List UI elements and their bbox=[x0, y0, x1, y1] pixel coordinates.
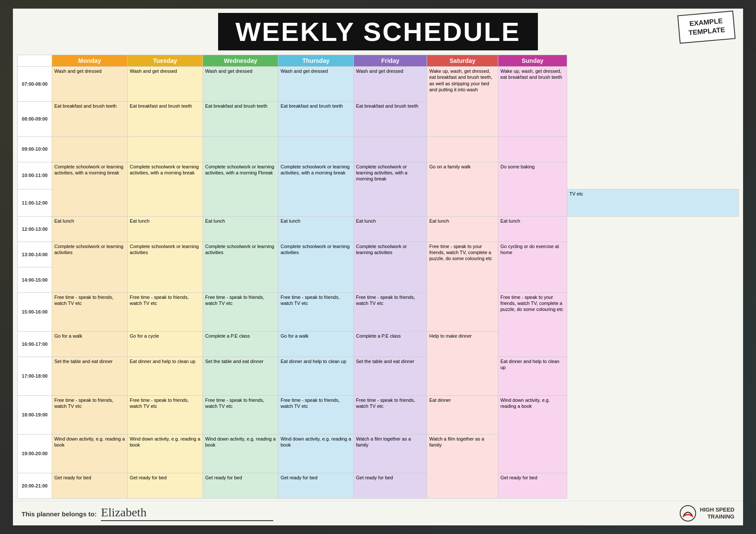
time-cell: 10:00-11:00 bbox=[18, 162, 52, 189]
cell-sunday: Wake up, wash, get dressed, eat breakfas… bbox=[498, 67, 567, 137]
svg-point-0 bbox=[680, 506, 696, 521]
cell-wednesday: Complete a P.E class bbox=[203, 331, 278, 357]
cell-wednesday: Complete schoolwork or learning activiti… bbox=[203, 162, 278, 216]
table-row: 19:00-20:00Wind down activity, e.g. read… bbox=[18, 434, 739, 473]
cell-thursday: Eat dinner and help to clean up bbox=[278, 357, 354, 395]
cell-thursday: Complete schoolwork or learning activiti… bbox=[278, 162, 354, 216]
header-wednesday: Wednesday bbox=[203, 55, 278, 67]
cell-tuesday: Eat dinner and help to clean up bbox=[128, 357, 203, 395]
cell-monday: Complete schoolwork or learning activiti… bbox=[52, 242, 128, 292]
logo-line2: TRAINING bbox=[700, 513, 734, 520]
table-row: 17:00-18:00Set the table and eat dinnerE… bbox=[18, 357, 739, 395]
header-friday: Friday bbox=[354, 55, 427, 67]
cell-friday bbox=[354, 137, 427, 162]
cell-saturday: Help to make dinner bbox=[427, 331, 498, 395]
cell-wednesday: Eat breakfast and brush teeth bbox=[203, 102, 278, 137]
cell-monday bbox=[52, 137, 128, 162]
time-cell: 20:00-21:00 bbox=[18, 473, 52, 498]
cell-monday: Wind down activity, e.g. reading a book bbox=[52, 434, 128, 473]
time-cell: 14:00-15:00 bbox=[18, 267, 52, 292]
belongs-to-label: This planner belongs to: bbox=[22, 510, 97, 518]
cell-wednesday: Set the table and eat dinner bbox=[203, 357, 278, 395]
cell-thursday: Free time - speak to friends, watch TV e… bbox=[278, 395, 354, 434]
cell-friday: Complete schoolwork or learning activiti… bbox=[354, 242, 427, 292]
cell-saturday: Watch a film together as a family bbox=[427, 434, 498, 498]
header-monday: Monday bbox=[52, 55, 128, 67]
logo-area: HIGH SPEED TRAINING bbox=[679, 505, 734, 522]
time-cell: 16:00-17:00 bbox=[18, 331, 52, 357]
time-header bbox=[18, 55, 52, 67]
table-row: 12:00-13:00Eat lunchEat lunchEat lunchEa… bbox=[18, 216, 739, 242]
cell-sunday bbox=[498, 137, 567, 162]
table-row: 20:00-21:00Get ready for bedGet ready fo… bbox=[18, 473, 739, 498]
cell-saturday: Wake up, wash, get dressed, eat breakfas… bbox=[427, 67, 498, 137]
cell-friday: Eat lunch bbox=[354, 216, 427, 242]
cell-saturday: Eat lunch bbox=[427, 216, 498, 242]
table-row: 07:00-08:00Wash and get dressedWash and … bbox=[18, 67, 739, 102]
cell-friday: Watch a film together as a family bbox=[354, 434, 427, 473]
cell-monday: Go for a walk bbox=[52, 331, 128, 357]
cell-wednesday: Eat lunch bbox=[203, 216, 278, 242]
cell-tuesday: Wind down activity, e.g. reading a book bbox=[128, 434, 203, 473]
time-cell: 15:00-16:00 bbox=[18, 292, 52, 331]
footer: This planner belongs to: Elizabeth HIGH … bbox=[13, 501, 743, 525]
cell-sunday: Free time - speak to your friends, watch… bbox=[498, 292, 567, 357]
table-row: 16:00-17:00Go for a walkGo for a cycleCo… bbox=[18, 331, 739, 357]
table-row: 09:00-10:00 bbox=[18, 137, 739, 162]
cell-saturday bbox=[427, 137, 498, 162]
cell-wednesday: Free time - speak to friends, watch TV e… bbox=[203, 292, 278, 331]
time-cell: 19:00-20:00 bbox=[18, 434, 52, 473]
cell-thursday: Complete schoolwork or learning activiti… bbox=[278, 242, 354, 292]
table-row: 18:00-19:00Free time - speak to friends,… bbox=[18, 395, 739, 434]
logo-line1: HIGH SPEED bbox=[700, 506, 734, 513]
title-box: WEEKLY SCHEDULE bbox=[218, 13, 538, 50]
cell-thursday: TV etc bbox=[567, 189, 739, 216]
logo-text: HIGH SPEED TRAINING bbox=[700, 506, 734, 520]
footer-left: This planner belongs to: Elizabeth bbox=[22, 506, 273, 521]
cell-thursday: Get ready for bed bbox=[278, 473, 354, 498]
cell-tuesday bbox=[128, 137, 203, 162]
cell-wednesday: Complete schoolwork or learning activiti… bbox=[203, 242, 278, 292]
cell-thursday: Eat lunch bbox=[278, 216, 354, 242]
schedule-table: Monday Tuesday Wednesday Thursday Friday… bbox=[17, 55, 739, 499]
cell-monday: Wash and get dressed bbox=[52, 67, 128, 102]
time-cell: 08:00-09:00 bbox=[18, 102, 52, 137]
cell-friday: Complete schoolwork or learning activiti… bbox=[354, 162, 427, 216]
example-template-text: EXAMPLETEMPLATE bbox=[685, 16, 727, 38]
cell-sunday: Do some baking bbox=[498, 162, 567, 216]
cell-tuesday: Eat lunch bbox=[128, 216, 203, 242]
cell-tuesday: Free time - speak to friends, watch TV e… bbox=[128, 395, 203, 434]
cell-tuesday: Wash and get dressed bbox=[128, 67, 203, 102]
table-row: 15:00-16:00Free time - speak to friends,… bbox=[18, 292, 739, 331]
cell-monday: Set the table and eat dinner bbox=[52, 357, 128, 395]
cell-friday: Wash and get dressed bbox=[354, 67, 427, 102]
header-tuesday: Tuesday bbox=[128, 55, 203, 67]
cell-sunday: Eat dinner and help to clean up bbox=[498, 357, 567, 395]
cell-sunday: Wind down activity, e.g. reading a book bbox=[498, 395, 567, 473]
schedule-wrapper: Monday Tuesday Wednesday Thursday Friday… bbox=[13, 55, 743, 501]
time-cell: 11:00-12:00 bbox=[18, 189, 52, 216]
cell-wednesday: Free time - speak to friends, watch TV e… bbox=[203, 395, 278, 434]
cell-wednesday: Wind down activity, e.g. reading a book bbox=[203, 434, 278, 473]
cell-monday: Eat breakfast and brush teeth bbox=[52, 102, 128, 137]
cell-sunday: Eat lunch bbox=[498, 216, 567, 242]
cell-friday: Free time - speak to friends, watch TV e… bbox=[354, 292, 427, 331]
cell-tuesday: Free time - speak to friends, watch TV e… bbox=[128, 292, 203, 331]
cell-tuesday: Go for a cycle bbox=[128, 331, 203, 357]
cell-wednesday bbox=[203, 137, 278, 162]
table-row: 10:00-11:00Complete schoolwork or learni… bbox=[18, 162, 739, 189]
time-cell: 18:00-19:00 bbox=[18, 395, 52, 434]
time-cell: 09:00-10:00 bbox=[18, 137, 52, 162]
cell-monday: Free time - speak to friends, watch TV e… bbox=[52, 395, 128, 434]
cell-friday: Free time - speak to friends, watch TV e… bbox=[354, 395, 427, 434]
cell-friday: Get ready for bed bbox=[354, 473, 427, 498]
cell-thursday: Go for a walk bbox=[278, 331, 354, 357]
logo-icon bbox=[679, 505, 697, 522]
cell-monday: Free time - speak to friends, watch TV e… bbox=[52, 292, 128, 331]
cell-saturday: Free time - speak to your friends, watch… bbox=[427, 242, 498, 331]
belongs-to-name: Elizabeth bbox=[101, 506, 273, 521]
page-title: WEEKLY SCHEDULE bbox=[235, 17, 521, 47]
cell-thursday: Free time - speak to friends, watch TV e… bbox=[278, 292, 354, 331]
cell-tuesday: Complete schoolwork or learning activiti… bbox=[128, 162, 203, 216]
cell-tuesday: Get ready for bed bbox=[128, 473, 203, 498]
